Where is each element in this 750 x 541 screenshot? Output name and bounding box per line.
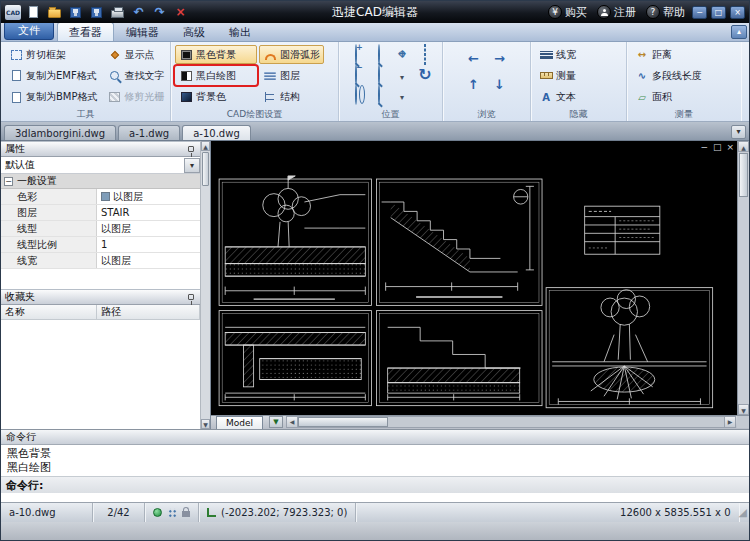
browse-down-button[interactable]: ↓ <box>494 74 505 93</box>
find-text-button[interactable]: 查找文字 <box>104 66 169 85</box>
show-points-button[interactable]: 显示点 <box>104 45 169 64</box>
open-file-button[interactable] <box>46 4 63 21</box>
pan-dropdown-icon: ▾ <box>400 93 404 102</box>
help-button[interactable]: ? 帮助 <box>643 5 688 20</box>
property-row-linetype-scale[interactable]: 线型比例 1 <box>1 237 200 253</box>
register-button[interactable]: 注册 <box>594 5 639 20</box>
undo-icon: ↶ <box>133 6 143 18</box>
bw-drawing-button[interactable]: 黑白绘图 <box>175 66 257 85</box>
child-close-icon[interactable]: × <box>726 143 734 152</box>
doc-tab-a10[interactable]: a-10.dwg <box>182 125 251 140</box>
child-minimize-icon[interactable]: − <box>700 143 708 152</box>
layout-dropdown-icon[interactable]: ▼ <box>269 416 283 428</box>
canvas-vertical-scrollbar[interactable]: ▲ ▼ <box>737 141 749 415</box>
copy-bmp-button[interactable]: 复制为BMP格式 <box>5 88 102 107</box>
doc-tab-3dlamborgini[interactable]: 3dlamborgini.dwg <box>4 125 116 140</box>
globe-icon <box>355 84 357 105</box>
favorites-pin-icon[interactable] <box>188 294 194 300</box>
canvas-scroll-right-icon[interactable]: ▶ <box>724 417 735 427</box>
scroll-up-icon[interactable]: ▲ <box>201 141 210 151</box>
trim-raster-button[interactable]: 修剪光栅 <box>104 88 169 107</box>
file-menu-button[interactable]: 文件 <box>4 21 54 40</box>
hide-text-button[interactable]: A文本 <box>535 88 580 107</box>
general-settings-group[interactable]: − 一般设置 <box>1 174 200 189</box>
smooth-arc-button[interactable]: 圆滑弧形 <box>259 45 324 64</box>
drawing-canvas[interactable]: − □ × <box>211 141 749 429</box>
lineweight-icon <box>539 48 553 62</box>
clip-frame-button[interactable]: 剪切框架 <box>5 45 102 64</box>
buy-button[interactable]: ¥ 购买 <box>545 5 590 20</box>
command-input[interactable] <box>1 493 749 502</box>
zoom-out-button[interactable]: − <box>355 65 357 84</box>
canvas-hscroll-thumb[interactable] <box>298 417 388 427</box>
zoom-previous-button[interactable] <box>378 85 380 104</box>
left-panel-scrollbar[interactable]: ▲ ▼ <box>200 141 210 429</box>
canvas-scroll-left-icon[interactable]: ◀ <box>287 417 298 427</box>
property-row-color[interactable]: 色彩 以图层 <box>1 189 200 205</box>
property-row-lineweight[interactable]: 线宽 以图层 <box>1 253 200 269</box>
property-row-layer[interactable]: 图层 STAIR <box>1 205 200 221</box>
property-row-linetype[interactable]: 线型 以图层 <box>1 221 200 237</box>
window-maximize-button[interactable]: □ <box>711 6 726 19</box>
snap-toggle-icon[interactable] <box>153 508 162 517</box>
redo-button[interactable]: ↷ <box>151 4 168 21</box>
zoom-options-button[interactable]: ▾ <box>400 65 404 84</box>
canvas-horizontal-scrollbar[interactable]: ◀ ▶ <box>286 416 736 428</box>
canvas-scroll-up-icon[interactable]: ▲ <box>738 141 749 152</box>
browse-forward-button[interactable]: → <box>494 48 505 67</box>
lock-toggle-icon[interactable] <box>182 511 190 517</box>
pin-icon[interactable] <box>188 146 194 152</box>
structure-button[interactable]: 结构 <box>259 88 324 107</box>
tab-editor[interactable]: 编辑器 <box>114 22 171 41</box>
grid-toggle-icon[interactable] <box>167 508 177 518</box>
properties-selector[interactable]: 默认值 ▾ <box>1 157 200 174</box>
window-bottom-frame <box>1 522 749 540</box>
polyline-length-button[interactable]: ∿多段线长度 <box>631 66 706 85</box>
layers-button[interactable]: 图层 <box>259 66 324 85</box>
tree-collapse-icon[interactable]: − <box>4 177 13 186</box>
selector-dropdown-icon[interactable]: ▾ <box>184 158 200 173</box>
undo-button[interactable]: ↶ <box>130 4 147 21</box>
distance-button[interactable]: ↔距离 <box>631 45 706 64</box>
save-button[interactable] <box>67 4 84 21</box>
canvas-vscroll-thumb[interactable] <box>739 153 748 197</box>
resize-grip-icon[interactable]: ◢ <box>739 507 749 518</box>
window-close-button[interactable]: × <box>730 6 745 19</box>
tab-output[interactable]: 输出 <box>217 22 263 41</box>
tab-viewer[interactable]: 查看器 <box>57 22 114 41</box>
child-restore-icon[interactable]: □ <box>713 143 722 152</box>
zoom-window-button[interactable] <box>378 45 380 64</box>
browse-up-button[interactable]: ↑ <box>468 74 479 93</box>
copy-emf-button[interactable]: 复制为EMF格式 <box>5 66 102 85</box>
tab-overflow-button[interactable]: ▾ <box>731 125 746 139</box>
tab-advanced[interactable]: 高级 <box>171 22 217 41</box>
canvas-scroll-down-icon[interactable]: ▼ <box>738 404 749 415</box>
rotate-view-button[interactable]: ↻ <box>418 65 431 84</box>
drawing-frame-tree-planting <box>546 288 713 408</box>
new-file-button[interactable] <box>25 4 42 21</box>
pan-options-button[interactable]: ▾ <box>400 85 404 104</box>
zoom-in-button[interactable]: + <box>355 45 357 64</box>
black-background-button[interactable]: 黑色背景 <box>175 45 257 64</box>
save-as-button[interactable] <box>88 4 105 21</box>
group-label-browse: 浏览 <box>443 108 530 121</box>
favorites-col-path[interactable]: 路径 <box>97 305 200 319</box>
window-minimize-button[interactable]: − <box>692 6 707 19</box>
print-button[interactable] <box>109 4 126 21</box>
hide-measure-button[interactable]: 测量 <box>535 66 580 85</box>
browse-back-button[interactable]: ← <box>468 48 479 67</box>
favorites-col-name[interactable]: 名称 <box>1 305 97 319</box>
globe-view-button[interactable] <box>355 85 357 104</box>
doc-tab-a1[interactable]: a-1.dwg <box>118 125 180 140</box>
lineweight-button[interactable]: 线宽 <box>535 45 580 64</box>
select-window-button[interactable] <box>424 45 426 64</box>
model-tab[interactable]: Model <box>216 416 263 429</box>
area-button[interactable]: ▱面积 <box>631 88 706 107</box>
scrollbar-thumb[interactable] <box>202 152 209 186</box>
close-document-button[interactable]: × <box>172 4 189 21</box>
smooth-arc-icon <box>263 48 277 62</box>
ribbon-toggle-button[interactable]: ▴ <box>731 25 747 39</box>
background-color-button[interactable]: 背景色 <box>175 88 257 107</box>
zoom-extents-button[interactable] <box>378 65 380 84</box>
scroll-down-icon[interactable]: ▼ <box>201 419 210 429</box>
